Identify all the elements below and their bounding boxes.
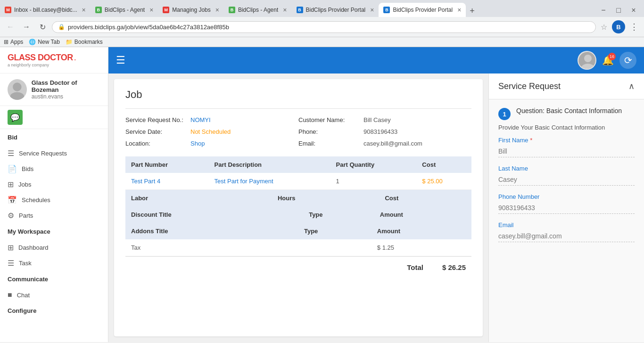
portal-favicon-1: B bbox=[297, 7, 303, 13]
profile-info: Glass Doctor of Bozeman austin.evans bbox=[32, 79, 100, 100]
addons-col-empty bbox=[265, 223, 298, 239]
tab-bidclips-title-1: BidClips - Agent bbox=[105, 7, 145, 13]
form-subtitle: Provide Your Basic Contact Information bbox=[498, 124, 635, 131]
chat-bubble-button[interactable]: 💬 bbox=[8, 110, 23, 125]
collapse-button[interactable]: ∧ bbox=[628, 81, 635, 91]
service-requests-icon: ☰ bbox=[8, 149, 14, 158]
tab-close-6[interactable]: × bbox=[457, 6, 461, 14]
labor-col-hours: Hours bbox=[272, 190, 380, 206]
top-bar: ☰ 🔔 16 ⟳ bbox=[108, 47, 644, 74]
app-wrapper: GLASS DOCTOR . a neighborly company Glas… bbox=[0, 47, 644, 342]
sidebar-item-bids[interactable]: 📄 Bids bbox=[0, 161, 108, 177]
configure-section-title: Configure bbox=[8, 307, 100, 314]
sidebar-item-chat[interactable]: ■ Chat bbox=[0, 287, 108, 302]
parts-col-quantity: Part Quantity bbox=[330, 156, 417, 173]
tab-provider-portal-1[interactable]: B BidClips Provider Portal × bbox=[292, 3, 379, 17]
tab-portal-title-1: BidClips Provider Portal bbox=[306, 7, 366, 13]
tab-gmail[interactable]: M Inbox - bill.casey@bidc... × bbox=[0, 3, 91, 17]
part-number-cell[interactable]: Test Part 4 bbox=[125, 173, 209, 190]
service-request-panel: Service Request ∧ 1 Question: Basic Cont… bbox=[488, 74, 644, 342]
maximize-button[interactable]: □ bbox=[612, 4, 625, 17]
close-window-button[interactable]: × bbox=[627, 4, 640, 17]
apps-grid-icon: ⊞ bbox=[4, 39, 8, 45]
sidebar-item-dashboard[interactable]: ⊞ Dashboard bbox=[0, 240, 108, 255]
discount-col-empty bbox=[271, 206, 303, 223]
dashboard-label: Dashboard bbox=[18, 244, 49, 251]
profile-button[interactable]: B bbox=[612, 20, 625, 33]
browser-tabs: M Inbox - bill.casey@bidc... × B BidClip… bbox=[0, 0, 644, 17]
part-description-cell[interactable]: Test Part for Payment bbox=[209, 173, 330, 190]
gmail-favicon: M bbox=[5, 7, 11, 13]
bookmark-star-button[interactable]: ☆ bbox=[599, 21, 609, 33]
sidebar-item-task[interactable]: ☰ Task bbox=[0, 255, 108, 271]
tab-close-4[interactable]: × bbox=[283, 6, 287, 14]
bookmark-bookmarks[interactable]: 📁 Bookmarks bbox=[66, 39, 103, 45]
managing-favicon: M bbox=[163, 7, 169, 13]
back-button[interactable]: ← bbox=[4, 20, 17, 33]
sidebar-item-schedules[interactable]: 📅 Schedules bbox=[0, 192, 108, 208]
bids-icon: 📄 bbox=[8, 164, 17, 173]
sidebar-item-parts[interactable]: ⚙ Parts bbox=[0, 208, 108, 223]
phone-number-value[interactable]: 9083196433 bbox=[498, 202, 635, 214]
service-panel-header: Service Request ∧ bbox=[489, 74, 644, 99]
phone-number-field: Phone Number 9083196433 bbox=[498, 193, 635, 214]
bid-section-title: Bid bbox=[8, 134, 100, 141]
address-bar[interactable]: 🔒 providers.bidclips.ga/job/view/5da0ae6… bbox=[52, 21, 596, 33]
new-tab-button[interactable]: + bbox=[466, 5, 479, 17]
hamburger-menu-button[interactable]: ☰ bbox=[116, 54, 125, 66]
customer-name-value: Bill Casey bbox=[363, 116, 391, 123]
discount-col-type: Type bbox=[303, 206, 374, 223]
bookmark-apps[interactable]: ⊞ Apps bbox=[4, 39, 23, 45]
notification-button[interactable]: 🔔 16 bbox=[602, 55, 614, 66]
sidebar-item-jobs[interactable]: ⊞ Jobs bbox=[0, 177, 108, 192]
minimize-button[interactable]: − bbox=[597, 4, 610, 17]
main-content: ☰ 🔔 16 ⟳ Job bbox=[108, 47, 644, 342]
reload-button[interactable]: ↻ bbox=[36, 20, 49, 33]
parts-header-row: Part Number Part Description Part Quanti… bbox=[125, 156, 471, 173]
tab-managing-jobs[interactable]: M Managing Jobs × bbox=[158, 3, 224, 17]
email-field-value[interactable]: casey.bill@gmail.com bbox=[498, 230, 635, 242]
email-field: Email casey.bill@gmail.com bbox=[498, 221, 635, 242]
step-label: Question: Basic Contact Information bbox=[516, 107, 622, 114]
tab-close-5[interactable]: × bbox=[370, 6, 374, 14]
bookmarks-folder-icon: 📁 bbox=[66, 39, 73, 45]
tab-provider-portal-2[interactable]: B BidClips Provider Portal × bbox=[379, 3, 466, 17]
service-date-value: Not Scheduled bbox=[190, 128, 231, 135]
apps-label: Apps bbox=[10, 39, 23, 45]
tab-close-3[interactable]: × bbox=[215, 6, 219, 14]
forward-button[interactable]: → bbox=[20, 20, 33, 33]
part-quantity-cell: 1 bbox=[330, 173, 417, 190]
service-request-no-value[interactable]: NOMYI bbox=[190, 116, 211, 123]
sidebar-item-service-requests[interactable]: ☰ Service Requests bbox=[0, 146, 108, 161]
tax-empty-2 bbox=[298, 239, 372, 256]
tab-gmail-close[interactable]: × bbox=[82, 6, 86, 14]
schedules-label: Schedules bbox=[22, 196, 50, 204]
tax-value: $ 1.25 bbox=[372, 239, 471, 256]
job-title: Job bbox=[125, 89, 471, 101]
first-name-field: First Name * Bill bbox=[498, 137, 635, 157]
last-name-value[interactable]: Casey bbox=[498, 174, 635, 186]
tab-close-2[interactable]: × bbox=[149, 6, 153, 14]
bookmark-new-tab[interactable]: 🌐 New Tab bbox=[29, 39, 59, 45]
parts-icon: ⚙ bbox=[8, 211, 14, 220]
customer-name-row: Customer Name: Bill Casey bbox=[298, 116, 471, 123]
settings-button[interactable]: ⟳ bbox=[619, 52, 636, 69]
location-value[interactable]: Shop bbox=[190, 140, 205, 147]
service-date-row: Service Date: Not Scheduled bbox=[125, 128, 298, 135]
new-tab-icon: 🌐 bbox=[29, 39, 36, 45]
labor-col-cost: Cost bbox=[379, 190, 471, 206]
top-bar-right: 🔔 16 ⟳ bbox=[578, 51, 636, 70]
jobs-label: Jobs bbox=[18, 181, 31, 188]
parts-col-number: Part Number bbox=[125, 156, 209, 173]
sidebar: GLASS DOCTOR . a neighborly company Glas… bbox=[0, 47, 108, 342]
jobs-icon: ⊞ bbox=[8, 180, 14, 189]
tab-managing-title: Managing Jobs bbox=[172, 7, 210, 13]
first-name-value[interactable]: Bill bbox=[498, 146, 635, 157]
browser-menu-button[interactable]: ⋮ bbox=[628, 20, 640, 34]
sidebar-section-bid: Bid bbox=[0, 129, 108, 146]
tab-bidclips-agent-2[interactable]: B BidClips - Agent × bbox=[224, 3, 292, 17]
bidclips-favicon-2: B bbox=[229, 7, 235, 13]
parts-table: Part Number Part Description Part Quanti… bbox=[125, 156, 471, 190]
tab-bidclips-agent-1[interactable]: B BidClips - Agent × bbox=[91, 3, 158, 17]
required-asterisk: * bbox=[530, 137, 532, 144]
